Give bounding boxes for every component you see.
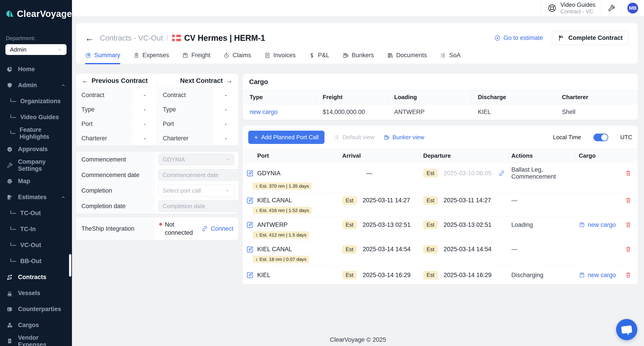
sidebar-item-vessels[interactable]: Vessels bbox=[0, 285, 72, 301]
sidebar-item-counterparties[interactable]: Counterparties bbox=[0, 301, 72, 317]
sidebar-item-vc-out[interactable]: VC-Out bbox=[0, 237, 72, 253]
cargo-type-link[interactable]: new cargo bbox=[243, 104, 316, 120]
tab-documents[interactable]: Documents bbox=[387, 52, 427, 64]
default-view-button[interactable]: Default view bbox=[334, 134, 374, 141]
delete-port-call-button[interactable] bbox=[619, 170, 638, 177]
up-down-arrow-icon: ↕ bbox=[256, 257, 258, 262]
completion-date-input[interactable] bbox=[158, 201, 238, 212]
dollar-icon bbox=[309, 52, 315, 59]
bunker-view-button[interactable]: Bunker view bbox=[384, 134, 424, 141]
tab-freight[interactable]: Freight bbox=[182, 52, 210, 64]
est-badge: Est bbox=[423, 196, 438, 205]
sidebar-item-tc-out[interactable]: TC-Out bbox=[0, 205, 72, 221]
tab-bunkers[interactable]: Bunkers bbox=[342, 52, 374, 64]
sidebar-item-video-guides[interactable]: Video Guides bbox=[0, 109, 72, 125]
time-zone-toggle[interactable] bbox=[594, 134, 608, 141]
receipt-icon bbox=[6, 338, 13, 345]
link-icon bbox=[201, 225, 208, 232]
utc-label: UTC bbox=[620, 134, 632, 141]
list-icon bbox=[440, 52, 446, 59]
delete-port-call-button[interactable] bbox=[619, 197, 638, 204]
sidebar-item-home[interactable]: Home bbox=[0, 61, 72, 77]
sidebar-item-map[interactable]: Map bbox=[0, 173, 72, 189]
tree-connector-icon bbox=[10, 210, 16, 214]
edit-port-call-button[interactable] bbox=[243, 221, 257, 229]
completion-select[interactable]: Select port call bbox=[158, 185, 234, 197]
topbar-settings-button[interactable] bbox=[601, 0, 621, 16]
table-row: Port - bbox=[158, 117, 238, 131]
link-departure-button[interactable] bbox=[498, 170, 505, 177]
coins-icon bbox=[133, 52, 140, 59]
document-pencil-icon bbox=[6, 194, 13, 201]
tab-soa[interactable]: SoA bbox=[440, 52, 460, 64]
page-title: CV Hermes | HERM-1 bbox=[184, 33, 265, 43]
new-cargo-link[interactable]: new cargo bbox=[579, 221, 619, 228]
tab-summary[interactable]: Summary bbox=[85, 52, 120, 64]
sidebar-item-estimates[interactable]: Estimates bbox=[0, 189, 72, 205]
chat-button[interactable] bbox=[616, 319, 637, 340]
port-call-row: ANTWERP Est 2025-03-13 02:51 Est 2025-03… bbox=[243, 217, 638, 242]
add-planned-port-call-button[interactable]: + Add Planned Port Call bbox=[248, 131, 324, 144]
commencement-select[interactable]: GDYNIA bbox=[158, 154, 234, 165]
distance-badge: ↕ Est. 412 nm | 1.5 days bbox=[253, 231, 309, 239]
cargo-loading: ANTWERP bbox=[387, 104, 471, 120]
cargo-card: Cargo Type Freight Loading Discharge Cha… bbox=[243, 74, 638, 120]
sidebar-item-company-settings[interactable]: Company Settings bbox=[0, 157, 72, 173]
books-icon bbox=[387, 52, 393, 59]
table-row: Charterer - bbox=[158, 131, 238, 145]
sidebar-item-tc-in[interactable]: TC-In bbox=[0, 221, 72, 237]
edit-port-call-button[interactable] bbox=[243, 271, 257, 279]
avatar[interactable]: MB bbox=[627, 3, 638, 14]
edit-port-call-button[interactable] bbox=[243, 197, 257, 204]
previous-contract-button[interactable]: ← Previous Contract bbox=[76, 74, 157, 88]
sidebar: ClearVoyage Department: Admin Home Admin… bbox=[0, 0, 72, 346]
sidebar-item-admin[interactable]: Admin bbox=[0, 77, 72, 93]
sidebar-item-cargos[interactable]: Cargos bbox=[0, 317, 72, 333]
contact-card-icon bbox=[6, 306, 13, 313]
next-contract-button[interactable]: Next Contract → bbox=[158, 74, 238, 88]
box-icon bbox=[182, 52, 188, 59]
go-to-estimate-link[interactable]: Go to estimate bbox=[494, 35, 543, 42]
completion-date-field: UTC bbox=[158, 200, 238, 212]
complete-contract-button[interactable]: Complete Contract bbox=[552, 31, 629, 45]
tree-connector-icon bbox=[10, 226, 16, 230]
delete-port-call-button[interactable] bbox=[619, 271, 638, 279]
cargo-charterer: Shell bbox=[555, 104, 638, 120]
port-calls-table-header: Port Arrival Departure Actions Cargo bbox=[243, 149, 638, 163]
topbar-video-guides[interactable]: Video Guides Contract - VC bbox=[541, 0, 601, 16]
invoice-icon bbox=[264, 52, 270, 59]
sidebar-item-feature-highlights[interactable]: Feature Highlights bbox=[0, 125, 72, 141]
edit-port-call-button[interactable] bbox=[243, 169, 257, 177]
new-cargo-link[interactable]: new cargo bbox=[579, 272, 619, 279]
local-time-label: Local Time bbox=[553, 134, 581, 141]
breadcrumb[interactable]: Contracts - VC-Out bbox=[100, 34, 163, 42]
delete-port-call-button[interactable] bbox=[619, 221, 638, 228]
app-logo[interactable]: ClearVoyage bbox=[6, 7, 72, 21]
denmark-flag-icon bbox=[172, 35, 181, 41]
edit-port-call-button[interactable] bbox=[243, 246, 257, 253]
tab-invoices[interactable]: Invoices bbox=[264, 52, 296, 64]
sidebar-item-bb-out[interactable]: BB-Out bbox=[0, 253, 72, 269]
commencement-date-input[interactable] bbox=[158, 169, 238, 181]
cargo-card-title: Cargo bbox=[243, 74, 638, 90]
distance-badge: ↕ Est. 370 nm | 1.35 days bbox=[253, 183, 312, 190]
globe-icon bbox=[6, 178, 13, 185]
sidebar-scrollbar[interactable] bbox=[69, 254, 71, 277]
delete-port-call-button[interactable] bbox=[619, 246, 638, 253]
commencement-date-field: UTC bbox=[158, 169, 238, 181]
up-down-arrow-icon: ↕ bbox=[256, 183, 258, 189]
sidebar-item-contracts[interactable]: Contracts bbox=[0, 269, 72, 285]
wrench-icon bbox=[6, 162, 13, 169]
department-select[interactable]: Admin bbox=[6, 44, 66, 55]
life-buoy-icon bbox=[547, 3, 557, 13]
sidebar-item-organizations[interactable]: Organizations bbox=[0, 93, 72, 109]
sidebar-item-vendor-expenses[interactable]: Vendor Expenses bbox=[0, 333, 72, 346]
theship-connect-link[interactable]: Connect bbox=[201, 225, 234, 232]
department-value: Admin bbox=[10, 46, 26, 53]
tab-pnl[interactable]: P&L bbox=[309, 52, 330, 64]
back-button[interactable]: ← bbox=[85, 34, 94, 43]
tab-claims[interactable]: Claims bbox=[223, 52, 251, 64]
box-icon bbox=[579, 222, 585, 228]
sidebar-item-approvals[interactable]: Approvals bbox=[0, 141, 72, 157]
tab-expenses[interactable]: Expenses bbox=[133, 52, 169, 64]
